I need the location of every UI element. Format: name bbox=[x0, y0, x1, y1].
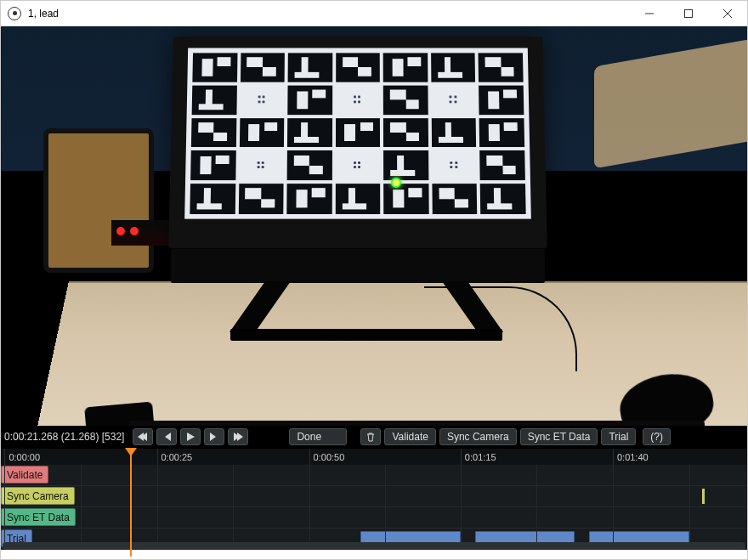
timeline-tracks[interactable]: Validate Sync Camera Sync ET Data Trial bbox=[1, 465, 747, 550]
track-validate[interactable]: Validate bbox=[1, 465, 747, 486]
ruler-tick: 0:00:00 bbox=[4, 449, 40, 465]
track-label-sync-camera[interactable]: Sync Camera bbox=[1, 487, 75, 505]
playhead[interactable] bbox=[130, 449, 132, 557]
window-title: 1, lead bbox=[28, 8, 630, 20]
ruler-tick: 0:01:15 bbox=[461, 449, 496, 465]
play-icon bbox=[185, 432, 196, 442]
ruler-tick: 0:00:25 bbox=[157, 449, 193, 465]
maximize-button[interactable] bbox=[669, 1, 708, 26]
track-label-validate[interactable]: Validate bbox=[1, 466, 48, 484]
gaze-marker bbox=[391, 178, 401, 188]
play-button[interactable] bbox=[180, 428, 201, 445]
close-icon bbox=[723, 9, 732, 18]
help-button[interactable]: (?) bbox=[643, 428, 671, 445]
track-label-sync-et-data[interactable]: Sync ET Data bbox=[1, 508, 76, 526]
ruler-tick: 0:00:50 bbox=[309, 449, 345, 465]
trial-button[interactable]: Trial bbox=[601, 428, 636, 445]
step-back-button[interactable] bbox=[156, 428, 177, 445]
delete-button[interactable] bbox=[360, 428, 381, 445]
scene-render bbox=[1, 26, 747, 426]
trial-clip[interactable] bbox=[589, 531, 689, 546]
app-window: 1, lead bbox=[0, 0, 748, 560]
skip-back-icon bbox=[138, 432, 148, 442]
trash-icon bbox=[366, 432, 376, 442]
track-sync-et-data[interactable]: Sync ET Data bbox=[1, 507, 747, 529]
done-button[interactable]: Done bbox=[289, 428, 347, 445]
app-icon bbox=[8, 7, 21, 20]
transport-bar: 0:00:21.268 (21.268) [532] Done Validate… bbox=[1, 426, 747, 448]
video-viewport[interactable] bbox=[1, 26, 747, 426]
close-button[interactable] bbox=[708, 1, 747, 26]
trial-clip[interactable] bbox=[475, 531, 575, 546]
trial-clip[interactable] bbox=[360, 531, 461, 546]
prev-frame-icon bbox=[162, 432, 172, 442]
next-frame-icon bbox=[209, 432, 219, 442]
maximize-icon bbox=[684, 9, 693, 18]
svg-rect-0 bbox=[685, 9, 693, 17]
seek-start-button[interactable] bbox=[133, 428, 153, 445]
track-trial[interactable]: Trial bbox=[1, 529, 747, 550]
sync-camera-button[interactable]: Sync Camera bbox=[439, 428, 517, 445]
track-sync-camera[interactable]: Sync Camera bbox=[1, 486, 747, 507]
sync-et-data-button[interactable]: Sync ET Data bbox=[520, 428, 598, 445]
ruler-tick: 0:01:40 bbox=[613, 449, 649, 465]
sync-camera-marker[interactable] bbox=[702, 489, 705, 504]
track-label-trial[interactable]: Trial bbox=[1, 529, 32, 547]
step-forward-button[interactable] bbox=[204, 428, 224, 445]
seek-end-button[interactable] bbox=[228, 428, 248, 445]
minimize-icon bbox=[645, 9, 654, 18]
minimize-button[interactable] bbox=[630, 1, 669, 26]
timecode-display: 0:00:21.268 (21.268) [532] bbox=[4, 431, 124, 443]
titlebar: 1, lead bbox=[1, 1, 747, 26]
validate-button[interactable]: Validate bbox=[384, 428, 435, 445]
skip-forward-icon bbox=[233, 432, 243, 442]
timeline-ruler[interactable]: 0:00:000:00:250:00:500:01:150:01:40 bbox=[1, 448, 747, 465]
window-controls bbox=[630, 1, 747, 26]
